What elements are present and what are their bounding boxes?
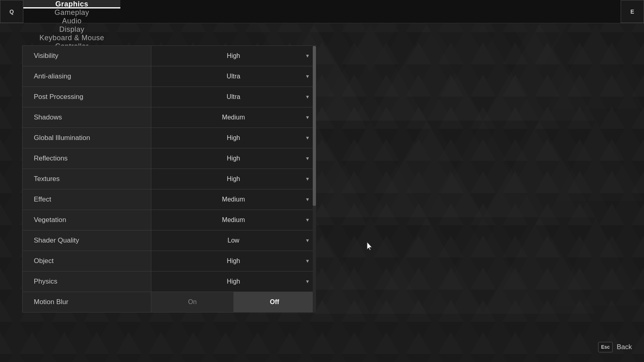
nav-tab-gameplay[interactable]: Gameplay [23,8,120,17]
setting-label-shadows: Shadows [23,107,151,128]
settings-row-vegetation: VegetationMedium▼ [22,210,316,230]
chevron-down-icon: ▼ [305,238,310,243]
settings-row-reflections: ReflectionsHigh▼ [22,148,316,169]
setting-label-reflections: Reflections [23,148,151,169]
setting-value-object[interactable]: High▼ [151,251,316,271]
chevron-down-icon: ▼ [305,135,310,141]
nav-tabs: GraphicsGameplayAudioDisplayKeyboard & M… [23,0,120,23]
svg-marker-12 [555,121,644,201]
chevron-down-icon: ▼ [305,176,310,182]
e-key-label: E [630,8,634,15]
setting-label-shader-quality: Shader Quality [23,230,151,251]
chevron-down-icon: ▼ [305,53,310,59]
nav-tab-audio[interactable]: Audio [23,17,120,25]
chevron-down-icon: ▼ [305,94,310,100]
chevron-down-icon: ▼ [305,217,310,223]
setting-value-vegetation[interactable]: Medium▼ [151,210,316,230]
settings-row-physics: PhysicsHigh▼ [22,271,316,292]
setting-label-effect: Effect [23,189,151,210]
scroll-thumb [313,46,316,206]
nav-tab-display[interactable]: Display [23,25,120,34]
setting-label-visibility: Visibility [23,46,151,66]
nav-tab-keyboard-mouse[interactable]: Keyboard & Mouse [23,34,120,42]
settings-row-effect: EffectMedium▼ [22,189,316,210]
chevron-down-icon: ▼ [305,279,310,284]
settings-row-anti-aliasing: Anti-aliasingUltra▼ [22,66,316,87]
chevron-down-icon: ▼ [305,74,310,79]
nav-tab-graphics[interactable]: Graphics [23,0,120,8]
setting-value-post-processing[interactable]: Ultra▼ [151,87,316,107]
settings-row-shader-quality: Shader QualityLow▼ [22,230,316,251]
setting-value-visibility[interactable]: High▼ [151,46,316,66]
setting-value-effect[interactable]: Medium▼ [151,189,316,210]
setting-label-vegetation: Vegetation [23,210,151,230]
setting-value-anti-aliasing[interactable]: Ultra▼ [151,66,316,86]
setting-label-object: Object [23,251,151,271]
setting-value-shadows[interactable]: Medium▼ [151,107,316,128]
settings-row-post-processing: Post ProcessingUltra▼ [22,86,316,107]
setting-value-shader-quality[interactable]: Low▼ [151,230,316,251]
setting-value-textures[interactable]: High▼ [151,169,316,189]
setting-value-reflections[interactable]: High▼ [151,148,316,169]
setting-label-textures: Textures [23,169,151,189]
navbar: Q GraphicsGameplayAudioDisplayKeyboard &… [0,0,644,23]
settings-row-object: ObjectHigh▼ [22,251,316,272]
toggle-btn-off-motion-blur[interactable]: Off [233,292,316,312]
setting-label-post-processing: Post Processing [23,87,151,107]
toggle-btn-on-motion-blur[interactable]: On [151,292,233,312]
settings-row-visibility: VisibilityHigh▼ [22,45,316,66]
nav-spacer [120,0,621,23]
setting-value-physics[interactable]: High▼ [151,272,316,292]
toggle-container-motion-blur: OnOff [151,292,316,312]
svg-marker-18 [555,217,644,306]
chevron-down-icon: ▼ [305,156,310,161]
settings-panel: VisibilityHigh▼Anti-aliasingUltra▼Post P… [22,45,316,313]
esc-key: Esc [598,342,613,352]
q-key-label: Q [10,8,14,15]
settings-row-global-illumination: Global IlluminationHigh▼ [22,128,316,148]
q-key-button[interactable]: Q [0,0,23,23]
setting-value-global-illumination[interactable]: High▼ [151,128,316,148]
settings-row-motion-blur: Motion BlurOnOff [22,292,316,313]
setting-label-anti-aliasing: Anti-aliasing [23,66,151,86]
scrollbar[interactable] [313,45,316,313]
chevron-down-icon: ▼ [305,197,310,202]
chevron-down-icon: ▼ [305,115,310,120]
settings-rows: VisibilityHigh▼Anti-aliasingUltra▼Post P… [22,45,316,313]
back-button[interactable]: Esc Back [598,342,632,352]
chevron-down-icon: ▼ [305,258,310,264]
setting-label-global-illumination: Global Illumination [23,128,151,148]
e-key-button[interactable]: E [621,0,644,23]
setting-label-physics: Physics [23,272,151,292]
settings-row-shadows: ShadowsMedium▼ [22,107,316,128]
setting-label-motion-blur: Motion Blur [23,292,151,312]
settings-row-textures: TexturesHigh▼ [22,169,316,189]
back-label: Back [617,343,632,351]
